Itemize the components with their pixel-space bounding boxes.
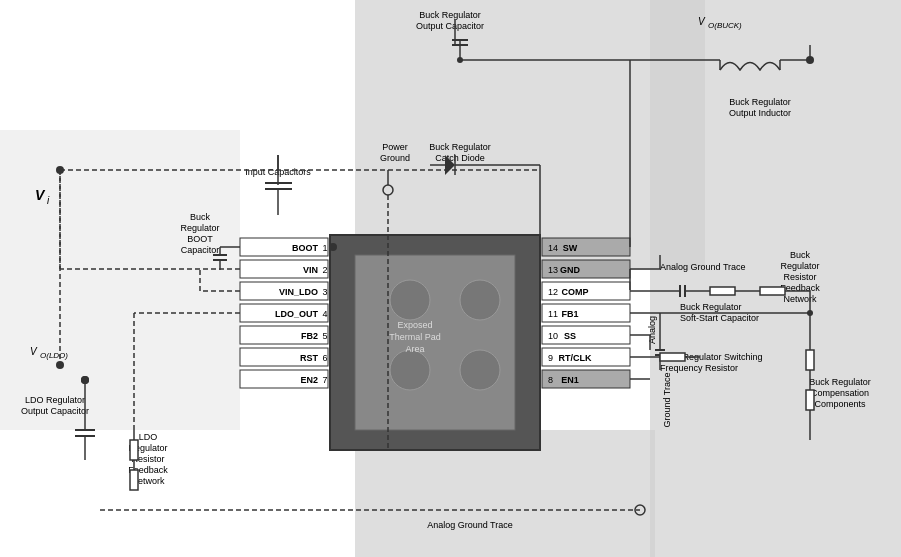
- svg-text:2: 2: [322, 265, 327, 275]
- svg-rect-168: [130, 470, 138, 490]
- svg-text:VIN: VIN: [303, 265, 318, 275]
- svg-text:COMP: COMP: [562, 287, 589, 297]
- svg-text:Buck Regulator: Buck Regulator: [419, 10, 481, 20]
- svg-text:EN1: EN1: [561, 375, 579, 385]
- svg-text:SW: SW: [563, 243, 578, 253]
- svg-text:1: 1: [322, 243, 327, 253]
- svg-text:Regulator: Regulator: [780, 261, 819, 271]
- svg-text:5: 5: [322, 331, 327, 341]
- svg-text:Output Inductor: Output Inductor: [729, 108, 791, 118]
- svg-text:Network: Network: [783, 294, 817, 304]
- svg-rect-175: [806, 390, 814, 410]
- svg-rect-129: [710, 287, 735, 295]
- svg-point-8: [390, 350, 430, 390]
- svg-text:8: 8: [548, 375, 553, 385]
- circuit-diagram: Exposed Thermal Pad Area BOOT 1 VIN 2 VI…: [0, 0, 901, 557]
- svg-text:FB2: FB2: [301, 331, 318, 341]
- svg-text:Ground: Ground: [380, 153, 410, 163]
- svg-rect-131: [760, 287, 785, 295]
- svg-text:Area: Area: [405, 344, 424, 354]
- svg-text:O(BUCK): O(BUCK): [708, 21, 742, 30]
- svg-text:13: 13: [548, 265, 558, 275]
- svg-point-171: [81, 376, 89, 384]
- svg-text:VIN_LDO: VIN_LDO: [279, 287, 318, 297]
- svg-text:Capacitor: Capacitor: [181, 245, 220, 255]
- svg-point-7: [460, 280, 500, 320]
- svg-point-99: [56, 361, 64, 369]
- svg-text:Buck Regulator: Buck Regulator: [729, 97, 791, 107]
- svg-text:Buck: Buck: [790, 250, 811, 260]
- svg-text:O(LDO): O(LDO): [40, 351, 68, 360]
- svg-text:Analog Ground Trace: Analog Ground Trace: [660, 262, 746, 272]
- svg-rect-141: [660, 353, 685, 361]
- svg-text:14: 14: [548, 243, 558, 253]
- svg-rect-165: [130, 440, 138, 460]
- svg-text:Thermal Pad: Thermal Pad: [389, 332, 441, 342]
- svg-text:Components: Components: [814, 399, 866, 409]
- svg-text:Power: Power: [382, 142, 408, 152]
- svg-text:RST: RST: [300, 353, 319, 363]
- svg-text:Catch Diode: Catch Diode: [435, 153, 485, 163]
- svg-text:11: 11: [548, 309, 558, 319]
- svg-text:Buck Regulator: Buck Regulator: [809, 377, 871, 387]
- svg-text:RT/CLK: RT/CLK: [559, 353, 592, 363]
- svg-rect-5: [355, 255, 515, 430]
- svg-text:Compensation: Compensation: [811, 388, 869, 398]
- svg-text:Output Capacitor: Output Capacitor: [21, 406, 89, 416]
- svg-text:BOOT: BOOT: [292, 243, 319, 253]
- svg-text:GND: GND: [560, 265, 581, 275]
- svg-text:Exposed: Exposed: [397, 320, 432, 330]
- svg-text:4: 4: [322, 309, 327, 319]
- svg-text:LDO_OUT: LDO_OUT: [275, 309, 319, 319]
- svg-text:BOOT: BOOT: [187, 234, 213, 244]
- svg-text:6: 6: [322, 353, 327, 363]
- svg-text:Output Capacitor: Output Capacitor: [416, 21, 484, 31]
- svg-text:10: 10: [548, 331, 558, 341]
- svg-text:7: 7: [322, 375, 327, 385]
- svg-text:FB1: FB1: [561, 309, 578, 319]
- svg-text:Buck: Buck: [190, 212, 211, 222]
- svg-rect-1: [650, 0, 901, 557]
- svg-point-179: [56, 166, 64, 174]
- svg-text:Soft-Start Capacitor: Soft-Start Capacitor: [680, 313, 759, 323]
- svg-point-9: [460, 350, 500, 390]
- svg-text:12: 12: [548, 287, 558, 297]
- svg-text:LDO: LDO: [139, 432, 158, 442]
- svg-text:Resistor: Resistor: [783, 272, 816, 282]
- svg-point-6: [390, 280, 430, 320]
- svg-text:SS: SS: [564, 331, 576, 341]
- svg-text:Regulator: Regulator: [180, 223, 219, 233]
- svg-point-178: [807, 310, 813, 316]
- svg-text:3: 3: [322, 287, 327, 297]
- svg-rect-3: [0, 130, 240, 430]
- svg-text:EN2: EN2: [300, 375, 318, 385]
- svg-text:Frequency Resistor: Frequency Resistor: [660, 363, 738, 373]
- svg-text:Buck Regulator: Buck Regulator: [429, 142, 491, 152]
- svg-text:Buck Regulator: Buck Regulator: [680, 302, 742, 312]
- svg-rect-173: [806, 350, 814, 370]
- svg-rect-52: [542, 370, 630, 388]
- svg-text:Analog Ground Trace: Analog Ground Trace: [427, 520, 513, 530]
- svg-text:Analog: Analog: [647, 316, 657, 344]
- svg-text:LDO Regulator: LDO Regulator: [25, 395, 85, 405]
- svg-point-149: [329, 243, 337, 251]
- svg-text:Ground Trace: Ground Trace: [662, 372, 672, 427]
- svg-text:9: 9: [548, 353, 553, 363]
